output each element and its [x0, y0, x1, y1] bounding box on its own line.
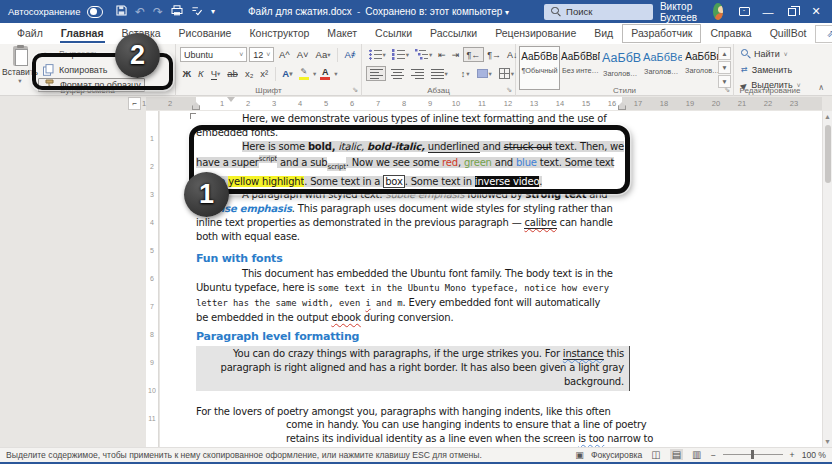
tab-Справка[interactable]: Справка	[701, 24, 760, 43]
collapse-ribbon-icon[interactable]: ∧	[818, 83, 824, 92]
scrollbar-thumb[interactable]	[825, 125, 831, 183]
numbering-button[interactable]: ▾	[389, 47, 411, 62]
share-button[interactable]: ⇗ Поделиться	[815, 25, 832, 43]
font-color-button[interactable]: А	[318, 66, 332, 81]
align-center-button[interactable]	[388, 66, 406, 81]
shrink-font-button[interactable]: А˅	[294, 47, 311, 62]
first-line-indent-marker[interactable]	[227, 97, 235, 102]
tab-Рецензирование[interactable]: Рецензирование	[486, 24, 585, 43]
tab-selector[interactable]: ⌐	[128, 97, 141, 110]
tab-Вид[interactable]: Вид	[585, 24, 622, 43]
font-dialog-launcher-icon[interactable]: ⇘	[352, 86, 358, 94]
styles-scroll-up-icon[interactable]: ▲	[718, 47, 731, 60]
highlight-color-button[interactable]: ✎	[297, 66, 311, 81]
horizontal-ruler[interactable]: 211234567891011121314151617181920212223	[146, 97, 822, 110]
replace-button[interactable]: ⇄ Заменить	[738, 63, 803, 77]
close-icon[interactable]: ✕	[804, 0, 828, 23]
bold-button[interactable]: Ж	[180, 66, 194, 81]
restore-icon[interactable]	[780, 0, 804, 23]
right-indent-marker[interactable]	[618, 105, 626, 110]
focus-mode-button[interactable]: Фокусировка	[591, 450, 642, 460]
zoom-in-icon[interactable]: +	[790, 450, 795, 460]
style-card[interactable]: АаБбВЗаголово...	[601, 46, 642, 90]
scrollbar[interactable]: ▲ ▼	[822, 111, 832, 447]
decrease-indent-button[interactable]: ⇤	[436, 47, 449, 62]
align-right-button[interactable]	[408, 66, 426, 81]
font-color-caret-icon[interactable]: ▾	[334, 70, 337, 78]
font-size-combo[interactable]: 12˅	[249, 47, 274, 62]
scroll-up-icon[interactable]: ▲	[823, 113, 832, 120]
print-icon[interactable]	[171, 5, 183, 18]
underline-button[interactable]: Ч▾	[208, 66, 223, 81]
tab-Главная[interactable]: Главная	[52, 24, 113, 43]
scroll-down-icon[interactable]: ▼	[823, 438, 832, 445]
tab-Макет[interactable]: Макет	[318, 24, 366, 43]
zoom-slider-thumb[interactable]	[751, 450, 755, 459]
paragraph-dialog-launcher-icon[interactable]: ⇘	[506, 86, 512, 94]
font-name-combo[interactable]: Ubuntu˅	[180, 47, 247, 62]
text-run: Ubuntu typeface, here is	[196, 282, 318, 293]
paragraph[interactable]: Paragraph level formatting	[196, 330, 630, 344]
zoom-slider[interactable]	[723, 454, 783, 455]
tab-Разработчик[interactable]: Разработчик	[622, 24, 701, 43]
style-card[interactable]: АаБбВеЗаголово...	[642, 46, 683, 90]
search-box[interactable]: Поиск	[544, 4, 653, 20]
subscript-button[interactable]: x₂	[242, 66, 255, 81]
change-case-button[interactable]: Аа▾	[313, 47, 333, 62]
tab-Файл[interactable]: Файл	[8, 24, 52, 43]
spellcheck-icon[interactable]	[191, 5, 203, 18]
paragraph[interactable]: A paragraph with styled text: subtle emp…	[196, 188, 630, 243]
hanging-indent-marker[interactable]	[192, 105, 200, 110]
tab-Рисование[interactable]: Рисование	[170, 24, 241, 43]
strikethrough-button[interactable]: ab	[225, 66, 241, 81]
qat-customize-icon[interactable]: ▾	[211, 6, 215, 18]
print-layout-icon[interactable]: ▤	[670, 449, 683, 460]
tab-Рассылки[interactable]: Рассылки	[421, 24, 486, 43]
bullets-button[interactable]: ▾	[366, 47, 388, 62]
paragraph[interactable]: For the lovers of poetry amongst you, pa…	[196, 405, 656, 447]
superscript-button[interactable]: x²	[258, 66, 271, 81]
minimize-icon[interactable]: —	[756, 0, 780, 23]
find-button[interactable]: Найти˅	[738, 47, 803, 61]
style-card[interactable]: АаБбВвГБез интер...	[560, 46, 601, 90]
rtl-direction-button[interactable]: ¶→	[485, 47, 504, 62]
tab-Конструктор[interactable]: Конструктор	[240, 24, 318, 43]
grow-font-button[interactable]: А^	[276, 47, 292, 62]
redo-icon[interactable]: ↷	[153, 6, 163, 18]
increase-indent-button[interactable]: ⇥	[449, 47, 462, 62]
multilevel-list-button[interactable]: ▾	[413, 47, 435, 62]
save-icon[interactable]	[116, 5, 127, 18]
user-name[interactable]: Виктор Бухтеев	[660, 1, 704, 23]
save-status[interactable]: Сохранено в: этот компьютер	[365, 6, 502, 17]
ribbon-display-options-icon[interactable]: ˆ	[732, 0, 756, 23]
read-mode-icon[interactable]: ◫	[649, 449, 662, 460]
autosave-toggle[interactable]	[87, 6, 102, 18]
paragraph[interactable]: You can do crazy things with paragraphs,…	[196, 346, 630, 390]
undo-icon[interactable]: ↶	[135, 6, 145, 18]
zoom-out-icon[interactable]: −	[711, 450, 716, 460]
style-card[interactable]: АаБбВв¶Обычный	[519, 46, 560, 90]
vertical-ruler[interactable]: 1234567891011	[146, 111, 159, 447]
ltr-direction-button[interactable]: ¶←	[463, 47, 484, 62]
tab-QuillBot[interactable]: QuillBot	[761, 24, 816, 43]
shading-button[interactable]: ▾	[474, 66, 494, 81]
zoom-level[interactable]: 100 %	[802, 450, 826, 460]
text-boundary-mark	[190, 113, 196, 119]
line-spacing-button[interactable]: ↕▾	[458, 66, 472, 81]
styles-dialog-launcher-icon[interactable]: ⇘	[724, 86, 730, 94]
clear-formatting-button[interactable]: А҂	[342, 47, 358, 62]
highlight-caret-icon[interactable]: ▾	[313, 70, 316, 78]
paragraph[interactable]: This document has embedded the Ubuntu fo…	[196, 267, 630, 324]
borders-button[interactable]: ▾	[496, 66, 516, 81]
ruler-number: 1	[220, 99, 224, 108]
paragraph[interactable]: Fun with fonts	[196, 252, 630, 266]
styles-scroll-down-icon[interactable]: ▼	[718, 61, 731, 74]
user-avatar[interactable]	[713, 3, 723, 20]
align-left-button[interactable]	[366, 66, 386, 81]
tab-Ссылки[interactable]: Ссылки	[366, 24, 421, 43]
justify-button[interactable]: ▾	[428, 66, 450, 81]
web-layout-icon[interactable]: ▥	[690, 449, 703, 460]
text-run: Here, we demonstrate various types of in…	[242, 113, 607, 124]
text-effects-button[interactable]: А▾	[280, 66, 295, 81]
italic-button[interactable]: К	[196, 66, 207, 81]
